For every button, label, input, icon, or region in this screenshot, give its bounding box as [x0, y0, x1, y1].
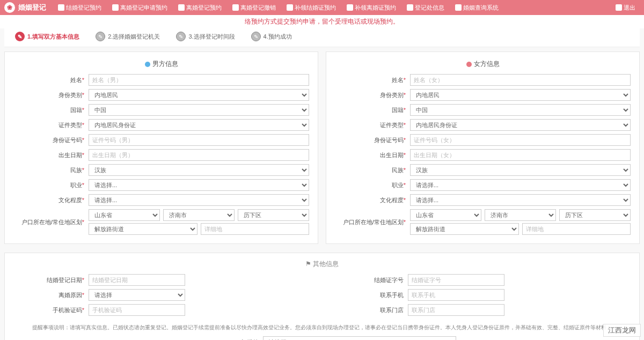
- label-edu: 文化程度: [380, 197, 404, 203]
- required-mark: *: [82, 277, 84, 283]
- required-mark: *: [404, 182, 406, 188]
- nav-reissue-marriage[interactable]: 补领结婚证预约: [282, 2, 340, 14]
- female-province-select[interactable]: 山东省: [410, 209, 481, 221]
- label-hukou: 户口所在地/常住地区划: [343, 219, 404, 225]
- label-contactname: 联系门店: [380, 307, 404, 313]
- required-mark: *: [82, 182, 84, 188]
- nav-divorce-apply[interactable]: 离婚登记申请预约: [108, 2, 172, 14]
- label-name: 姓名: [392, 77, 404, 83]
- female-edu-select[interactable]: 请选择...: [410, 194, 631, 206]
- nav-label: 离婚登记撤销: [240, 4, 276, 12]
- male-job-select[interactable]: 请选择...: [89, 179, 309, 191]
- required-mark: *: [404, 107, 406, 113]
- male-village-input[interactable]: [201, 223, 310, 235]
- contact-input[interactable]: [408, 289, 504, 301]
- step-num-icon: ✎: [176, 32, 186, 41]
- label-country: 国籍: [70, 107, 82, 113]
- male-district-select[interactable]: 历下区: [238, 209, 309, 221]
- nav-icon: [407, 4, 413, 11]
- label-regoffice: 离婚原因: [58, 292, 82, 298]
- male-name-input[interactable]: [89, 74, 309, 86]
- brand-title: 婚姻登记: [18, 3, 46, 12]
- label-certno: 身份证号码: [374, 137, 404, 143]
- step-1: ✎1.填写双方基本信息: [15, 32, 79, 41]
- required-mark: *: [82, 122, 84, 128]
- other-left-col: 结婚登记日期* 离婚原因*请选择 手机验证码*: [13, 274, 311, 319]
- label-idtype: 身份类别: [58, 92, 82, 98]
- nav-icon: [232, 4, 239, 11]
- female-certno-input[interactable]: [410, 134, 631, 146]
- female-name-input[interactable]: [410, 74, 631, 86]
- male-certtype-select[interactable]: 内地居民身份证: [89, 119, 309, 131]
- nav-marriage-reg[interactable]: 结婚登记预约: [54, 2, 106, 14]
- label-regdate: 结婚登记日期: [47, 277, 82, 283]
- male-birth-input[interactable]: [89, 149, 309, 161]
- male-city-select[interactable]: 济南市: [163, 209, 235, 221]
- male-street-select[interactable]: 解放路街道: [89, 223, 197, 235]
- male-province-select[interactable]: 山东省: [89, 209, 160, 221]
- label-birth: 出生日期: [380, 152, 404, 158]
- step-label: 3.选择登记时间段: [188, 33, 235, 41]
- step-num-icon: ✎: [96, 32, 105, 41]
- male-certno-input[interactable]: [89, 134, 309, 146]
- contactname-input[interactable]: [408, 304, 504, 316]
- female-city-select[interactable]: 济南市: [485, 209, 556, 221]
- nav-icon: [347, 4, 353, 11]
- required-mark: *: [82, 307, 84, 313]
- nav-divorce-cancel[interactable]: 离婚登记撤销: [228, 2, 280, 14]
- female-village-input[interactable]: [522, 223, 631, 235]
- female-icon: [466, 62, 472, 67]
- nav-label: 离婚登记预约: [186, 4, 222, 12]
- female-idtype-select[interactable]: 内地居民: [410, 89, 631, 101]
- female-panel: 女方信息 姓名* 身份类别*内地居民 国籍*中国 证件类型*内地居民身份证 身份…: [326, 51, 640, 244]
- label-certtype: 证件类型: [58, 122, 82, 128]
- male-country-select[interactable]: 中国: [89, 104, 309, 116]
- step-indicator: ✎1.填写双方基本信息 ✎2.选择婚姻登记机关 ✎3.选择登记时间段 ✎4.预约…: [4, 28, 640, 47]
- label-nation: 民族: [392, 167, 404, 173]
- female-street-select[interactable]: 解放路街道: [410, 223, 519, 235]
- certno2-input[interactable]: [408, 274, 504, 286]
- female-certtype-select[interactable]: 内地居民身份证: [410, 119, 631, 131]
- nav-exit[interactable]: 退出: [611, 2, 640, 14]
- female-country-select[interactable]: 中国: [410, 104, 631, 116]
- female-nation-select[interactable]: 汉族: [410, 164, 631, 176]
- female-district-select[interactable]: 历下区: [559, 209, 631, 221]
- label-birth: 出生日期: [58, 152, 82, 158]
- nav-label: 登记处信息: [415, 4, 444, 12]
- required-mark: *: [404, 219, 406, 225]
- label-job: 职业: [392, 182, 404, 188]
- upload-select[interactable]: 请选择...: [263, 336, 456, 340]
- nav-query-system[interactable]: 婚姻查询系统: [451, 2, 503, 14]
- regdate-input[interactable]: [89, 274, 185, 286]
- label-edu: 文化程度: [58, 197, 82, 203]
- nav-icon: [287, 4, 293, 11]
- required-mark: *: [82, 107, 84, 113]
- required-mark: *: [82, 219, 84, 225]
- logo-icon: ❀: [4, 2, 15, 13]
- step-label: 4.预约成功: [264, 33, 292, 41]
- female-job-select[interactable]: 请选择...: [410, 179, 631, 191]
- label-hukou: 户口所在地/常住地区划: [21, 219, 82, 225]
- male-nation-select[interactable]: 汉族: [89, 164, 309, 176]
- male-icon: [145, 62, 150, 67]
- male-edu-select[interactable]: 请选择...: [89, 194, 309, 206]
- top-nav-bar: ❀ 婚姻登记 结婚登记预约 离婚登记申请预约 离婚登记预约 离婚登记撤销 补领结…: [0, 0, 644, 15]
- step-num-icon: ✎: [251, 32, 261, 41]
- label-name: 姓名: [70, 77, 82, 83]
- required-mark: *: [82, 152, 84, 158]
- phone-input[interactable]: [89, 304, 185, 316]
- male-idtype-select[interactable]: 内地居民: [89, 89, 309, 101]
- required-mark: *: [82, 167, 84, 173]
- panel-title-text: 男方信息: [152, 60, 178, 68]
- nav-reissue-divorce[interactable]: 补领离婚证预约: [342, 2, 400, 14]
- regoffice-select[interactable]: 请选择: [89, 289, 185, 301]
- note-text: 提醒事项说明：请填写真实信息。已婚状态请勿重复登记。婚姻登记手续需提前准备以尽快…: [13, 319, 631, 336]
- female-birth-input[interactable]: [410, 149, 631, 161]
- other-info-panel: ⚑ 其他信息 结婚登记日期* 离婚原因*请选择 手机验证码* 结婚证字号 联系手…: [4, 253, 640, 340]
- required-mark: *: [404, 167, 406, 173]
- label-certtype: 证件类型: [380, 122, 404, 128]
- nav-divorce-reg[interactable]: 离婚登记预约: [174, 2, 226, 14]
- nav-label: 离婚登记申请预约: [120, 4, 167, 12]
- nav-label: 补领结婚证预约: [295, 4, 336, 12]
- nav-office-info[interactable]: 登记处信息: [402, 2, 449, 14]
